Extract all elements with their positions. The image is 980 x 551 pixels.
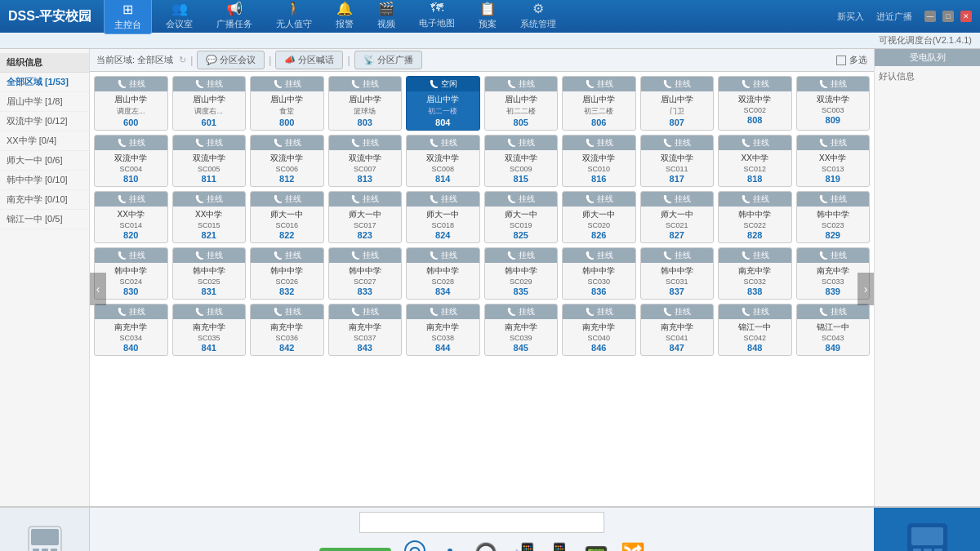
map-icon: 🗺 [430, 1, 443, 16]
minimize-button[interactable]: — [924, 11, 936, 22]
device-card[interactable]: 挂线眉山中学初三二楼806 [562, 76, 636, 131]
device-card[interactable]: 挂线XX中学SC012818 [718, 135, 792, 187]
device-number: 806 [564, 118, 634, 127]
sidebar-item-meishan[interactable]: 眉山中学 [1/8] [0, 92, 89, 112]
device-card[interactable]: 挂线双流中学SC005811 [172, 135, 247, 187]
device-card[interactable]: 挂线双流中学SC011817 [640, 135, 715, 187]
nav-unmanned[interactable]: 🚶 无人值守 [266, 0, 322, 34]
device-card[interactable]: 挂线师大一中SC018824 [406, 191, 480, 243]
dial-input[interactable] [359, 512, 604, 533]
device-card[interactable]: 挂线南充中学SC032838 [718, 247, 792, 300]
sidebar-item-all[interactable]: 全部区域 [1/53] [0, 73, 89, 92]
nav-plan[interactable]: 📋 预案 [469, 0, 506, 34]
device-card[interactable]: 挂线南充中学SC034840 [94, 304, 168, 356]
device-card[interactable]: 挂线韩中中学SC027833 [328, 247, 403, 300]
device-card[interactable]: 挂线双流中学SC010816 [562, 135, 636, 187]
intercom-button[interactable]: 对讲 [403, 540, 426, 551]
device-card[interactable]: 挂线师大一中SC020826 [562, 191, 636, 243]
device-card[interactable]: 挂线眉山中学食堂800 [250, 76, 324, 131]
device-card[interactable]: 挂线韩中中学SC029835 [484, 247, 559, 300]
scroll-left-button[interactable]: ‹ [90, 273, 106, 305]
nav-meeting[interactable]: 👥 会议室 [156, 0, 203, 34]
device-card[interactable]: 挂线师大一中SC017823 [328, 191, 403, 243]
nav-alarm[interactable]: 🔔 报警 [326, 0, 363, 34]
device-card[interactable]: 空闲眉山中学初二一楼804 [406, 76, 480, 131]
nav-alarm-label: 报警 [336, 18, 354, 30]
device-card[interactable]: 挂线XX中学SC014820 [94, 191, 168, 243]
device-card[interactable]: 挂线锦江一中SC042848 [718, 304, 792, 356]
eavesdrop-button[interactable]: 📟 窃话 [584, 542, 608, 551]
device-card[interactable]: 挂线XX中学SC015821 [172, 191, 247, 243]
sidebar-item-shida[interactable]: 师大一中 [0/6] [0, 151, 89, 171]
nav-broadcast-task[interactable]: 📢 广播任务 [207, 0, 262, 34]
refresh-icon[interactable]: ↻ [179, 55, 186, 65]
device-card-body: 双流中学SC010816 [563, 150, 635, 186]
sidebar-item-nanzhong[interactable]: 南充中学 [0/10] [0, 190, 89, 210]
nav-video[interactable]: 🎬 视频 [368, 0, 405, 34]
tab-zone-broadcast[interactable]: 📡 分区广播 [354, 51, 422, 69]
sidebar-item-shuangliu[interactable]: 双流中学 [0/12] [0, 112, 89, 131]
device-card[interactable]: 挂线双流中学SC009815 [484, 135, 559, 187]
device-card[interactable]: 挂线眉山中学调度左...600 [94, 76, 168, 131]
device-card[interactable]: 挂线南充中学SC037843 [328, 304, 403, 356]
device-card[interactable]: 挂线双流中学SC004810 [94, 135, 168, 187]
device-card[interactable]: 挂线双流中学SC007813 [328, 135, 403, 187]
device-card[interactable]: 挂线眉山中学初二二楼805 [484, 76, 559, 131]
device-card[interactable]: 挂线双流中学SC008814 [406, 135, 480, 187]
nav-system[interactable]: ⚙ 系统管理 [510, 0, 566, 34]
sidebar-item-hanzhong[interactable]: 韩中中学 [0/10] [0, 171, 89, 190]
alarm-icon: 🔔 [336, 1, 353, 16]
device-card[interactable]: 挂线双流中学SC003809 [796, 76, 871, 131]
nav-new[interactable]: 新买入 [837, 11, 864, 23]
maximize-button[interactable]: □ [942, 11, 954, 22]
device-card[interactable]: 挂线眉山中学篮球场803 [328, 76, 403, 131]
device-card[interactable]: 挂线韩中中学SC025831 [172, 247, 247, 300]
multi-select-checkbox[interactable] [836, 56, 846, 65]
hangup-button[interactable]: 挂断 [439, 540, 461, 551]
device-card[interactable]: 挂线韩中中学SC026832 [250, 247, 324, 300]
device-card[interactable]: 挂线师大一中SC019825 [484, 191, 559, 243]
tab-zone-meeting[interactable]: 💬 分区会议 [197, 51, 265, 69]
transfer-button[interactable]: 🔀 转接 [621, 542, 645, 551]
device-row-2: 挂线XX中学SC014820 挂线XX中学SC015821 挂线师大一中SC01… [94, 191, 870, 243]
call-button[interactable]: 📞 呼叫 [319, 548, 391, 552]
device-card[interactable]: 挂线韩中中学SC028834 [406, 247, 480, 300]
device-card[interactable]: 挂线XX中学SC013819 [796, 135, 871, 187]
nav-near-broadcast[interactable]: 进近广播 [876, 11, 912, 23]
device-card[interactable]: 挂线眉山中学门卫807 [640, 76, 715, 131]
device-card[interactable]: 挂线韩中中学SC023829 [796, 191, 871, 243]
nav-map[interactable]: 🗺 电子地图 [409, 0, 465, 34]
nav-plan-label: 预案 [479, 18, 497, 30]
device-card-header: 挂线 [563, 77, 635, 91]
device-name: 韩中中学 [799, 209, 868, 220]
device-sub: SC019 [487, 221, 556, 229]
device-card[interactable]: 挂线南充中学SC036842 [250, 304, 324, 356]
device-card-body: 眉山中学调度右...601 [173, 91, 246, 130]
force-insert-button[interactable]: 📲 强插 [510, 542, 535, 551]
device-sub: SC011 [643, 165, 712, 173]
close-button[interactable]: ✕ [960, 11, 972, 22]
device-card[interactable]: 挂线南充中学SC038844 [406, 304, 480, 356]
device-card[interactable]: 挂线双流中学SC002808 [718, 76, 792, 131]
device-card[interactable]: 挂线南充中学SC035841 [172, 304, 247, 356]
device-card[interactable]: 挂线韩中中学SC031837 [640, 247, 715, 300]
device-card[interactable]: 挂线锦江一中SC043849 [796, 304, 871, 356]
device-card[interactable]: 挂线师大一中SC016822 [250, 191, 324, 243]
monitor-button[interactable]: 🎧 监听 [474, 542, 498, 551]
device-card[interactable]: 挂线师大一中SC021827 [640, 191, 715, 243]
sidebar-item-jinjian[interactable]: 锦江一中 [0/5] [0, 210, 89, 229]
device-card[interactable]: 挂线韩中中学SC030836 [562, 247, 636, 300]
device-card[interactable]: 挂线南充中学SC039845 [484, 304, 559, 356]
device-card[interactable]: 挂线双流中学SC006812 [250, 135, 324, 187]
device-card[interactable]: 挂线南充中学SC041847 [640, 304, 715, 356]
split-button[interactable]: 📱 拆讲 [547, 542, 572, 551]
nav-main-control[interactable]: ⊞ 主控台 [104, 0, 152, 34]
device-name: 师大一中 [643, 209, 712, 220]
scroll-right-button[interactable]: › [858, 273, 874, 305]
device-card[interactable]: 挂线南充中学SC040846 [562, 304, 636, 356]
sidebar-item-xx[interactable]: XX中学 [0/4] [0, 131, 89, 151]
tab-zone-shout[interactable]: 📣 分区喊话 [275, 51, 343, 69]
device-card[interactable]: 挂线韩中中学SC022828 [718, 191, 792, 243]
device-sub: SC026 [252, 278, 322, 286]
device-card[interactable]: 挂线眉山中学调度右...601 [172, 76, 247, 131]
